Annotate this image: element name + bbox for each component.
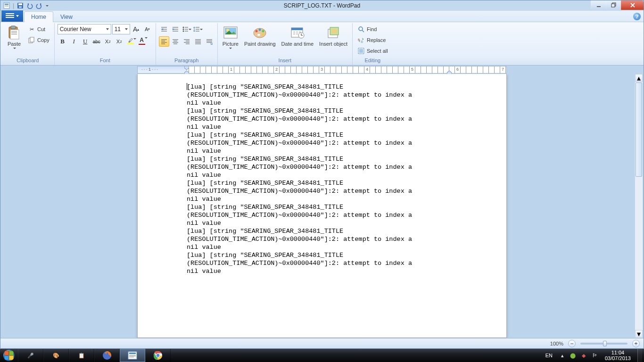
indent-marker-first[interactable] [184, 66, 189, 74]
tray-overflow-button[interactable]: ▴ [559, 352, 566, 359]
select-all-button[interactable]: Select all [355, 46, 390, 56]
horizontal-ruler[interactable]: · · · 1 · · · 1 2 3 4 5 6 7 [137, 66, 507, 74]
scroll-down-button[interactable]: ▾ [635, 330, 643, 338]
zoom-out-button[interactable]: − [568, 340, 576, 347]
tray-clock[interactable]: 11:04 03/07/2013 [602, 349, 634, 362]
cut-button[interactable]: ✂ Cut [26, 24, 51, 34]
taskbar-item-wordpad[interactable] [120, 349, 145, 362]
copy-icon [28, 36, 35, 44]
help-icon[interactable]: ? [633, 13, 641, 20]
align-center-button[interactable] [170, 36, 181, 47]
bullets-button[interactable] [182, 24, 192, 34]
italic-button[interactable]: I [69, 36, 79, 47]
svg-rect-11 [11, 26, 16, 29]
insert-object-button[interactable]: Insert object [317, 24, 349, 48]
decrease-indent-button[interactable] [159, 24, 169, 34]
svg-point-18 [182, 27, 184, 28]
svg-rect-3 [5, 6, 8, 7]
svg-rect-35 [332, 29, 337, 33]
insert-paint-button[interactable]: Paint drawing [242, 24, 278, 48]
wordpad-window: | SCRIPT_LOG.TXT - WordPad Home View ? [0, 0, 644, 349]
restore-button[interactable] [606, 0, 621, 10]
zoom-in-button[interactable]: + [632, 340, 640, 347]
vertical-scrollbar[interactable]: ▴ ▾ [635, 74, 643, 338]
tray-network-icon[interactable]: ⬤ [570, 352, 577, 359]
subscript-button[interactable]: X2 [103, 36, 113, 47]
app-icon [3, 2, 10, 9]
grow-font-button[interactable]: A▴ [131, 24, 141, 34]
svg-point-36 [359, 27, 363, 31]
scroll-thumb[interactable] [636, 82, 642, 177]
tab-view[interactable]: View [53, 11, 80, 22]
titlebar[interactable]: | SCRIPT_LOG.TXT - WordPad [0, 0, 644, 11]
tray-security-icon[interactable]: ◆ [580, 352, 587, 359]
svg-rect-13 [11, 31, 17, 32]
font-size-combo[interactable]: 11 [112, 24, 130, 34]
start-button[interactable] [0, 349, 18, 362]
strike-button[interactable]: abc [91, 36, 102, 47]
svg-point-28 [262, 33, 264, 36]
bold-button[interactable]: B [58, 36, 68, 47]
svg-rect-9 [611, 4, 615, 7]
taskbar-item-firefox[interactable] [94, 349, 120, 362]
file-menu-button[interactable] [1, 10, 23, 22]
paste-button[interactable]: Paste [4, 24, 24, 50]
picture-icon [223, 25, 238, 40]
superscript-button[interactable]: X2 [114, 36, 124, 47]
minimize-button[interactable] [591, 0, 606, 10]
qat-save-icon[interactable] [17, 2, 24, 9]
paragraph-dialog-button[interactable] [204, 36, 215, 47]
taskbar-item-mic[interactable]: 🎤 [18, 349, 43, 362]
scroll-up-button[interactable]: ▴ [635, 74, 643, 82]
qat-redo-icon[interactable] [36, 2, 42, 9]
svg-rect-1 [5, 4, 8, 5]
qat-customize-dropdown[interactable] [46, 5, 49, 7]
calendar-icon [290, 25, 305, 40]
svg-point-20 [182, 31, 184, 32]
group-editing-label: Editing [355, 58, 390, 65]
font-name-combo[interactable]: Courier New [58, 24, 111, 34]
insert-datetime-button[interactable]: Date and time [280, 24, 315, 48]
taskbar-item-notes[interactable]: 📋 [69, 349, 94, 362]
language-indicator[interactable]: EN [543, 353, 555, 358]
copy-button[interactable]: Copy [26, 35, 51, 45]
find-button[interactable]: Find [355, 24, 379, 34]
group-paragraph-label: Paragraph [159, 58, 215, 65]
document-page[interactable]: [lua] [string "SEARING_SPEAR_348481_TITL… [137, 74, 507, 338]
replace-button[interactable]: ab Replace [355, 35, 388, 45]
tab-home[interactable]: Home [24, 11, 53, 22]
align-left-button[interactable] [159, 36, 169, 47]
insert-picture-button[interactable]: Picture [221, 24, 240, 50]
svg-rect-14 [11, 33, 17, 33]
align-right-button[interactable] [182, 36, 192, 47]
ribbon-tabs: Home View ? [0, 11, 644, 22]
align-justify-button[interactable] [193, 36, 203, 47]
zoom-slider[interactable] [580, 343, 627, 345]
qat-undo-icon[interactable] [26, 2, 33, 9]
svg-rect-44 [129, 353, 136, 354]
tray-action-center-icon[interactable]: 🏳 [591, 352, 598, 359]
replace-icon: ab [357, 36, 365, 44]
highlight-button[interactable]: 🖊 [125, 36, 136, 47]
taskbar-item-paint[interactable]: 🎨 [43, 349, 69, 362]
window-title: SCRIPT_LOG.TXT - WordPad [0, 0, 644, 11]
svg-rect-41 [359, 49, 363, 53]
group-font-label: Font [58, 58, 153, 65]
svg-point-27 [262, 30, 264, 33]
increase-indent-button[interactable] [170, 24, 181, 34]
svg-point-25 [256, 30, 258, 33]
underline-button[interactable]: U [80, 36, 91, 47]
font-color-button[interactable]: A [137, 36, 147, 47]
svg-point-19 [182, 29, 184, 30]
palette-icon [252, 25, 267, 40]
statusbar: 100% − + [0, 338, 644, 348]
show-desktop-button[interactable] [637, 349, 642, 362]
ruler-area: · · · 1 · · · 1 2 3 4 5 6 7 [0, 66, 644, 74]
svg-rect-31 [291, 28, 303, 30]
system-tray: EN ▴ ⬤ ◆ 🏳 11:04 03/07/2013 [541, 349, 644, 362]
close-button[interactable] [621, 0, 644, 10]
line-spacing-button[interactable] [193, 24, 203, 34]
svg-rect-47 [129, 357, 134, 357]
shrink-font-button[interactable]: A▾ [142, 24, 153, 34]
taskbar-item-chrome[interactable] [145, 349, 171, 362]
